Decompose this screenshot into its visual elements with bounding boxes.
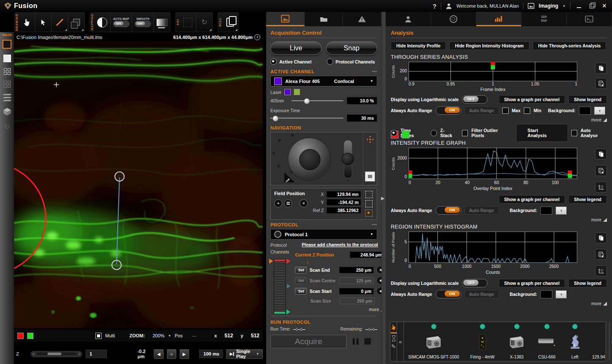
- xy-joystick[interactable]: FINE: [271, 132, 334, 185]
- scroll-devices-right[interactable]: »: [609, 322, 612, 361]
- background-dropdown[interactable]: ∨: [594, 107, 605, 115]
- add-channels-link[interactable]: Please add channels to the protocol: [295, 242, 384, 247]
- pan-mode-icon[interactable]: [367, 136, 374, 143]
- snap-button[interactable]: Snap: [326, 41, 377, 55]
- position-list-button[interactable]: [284, 199, 292, 207]
- add-position-button[interactable]: +: [274, 199, 282, 207]
- z-centre-marker[interactable]: [287, 284, 290, 288]
- analysis-green-swatch[interactable]: [402, 131, 409, 138]
- log-scale-toggle[interactable]: OFF: [462, 95, 487, 104]
- protocol-menu[interactable]: •••: [372, 223, 377, 227]
- copy-chart-button[interactable]: [595, 232, 607, 243]
- always-auto-range-toggle[interactable]: ON: [436, 206, 461, 215]
- measurement-handle-bottom[interactable]: [112, 260, 121, 270]
- log-scale-toggle[interactable]: OFF: [462, 279, 487, 287]
- z-start-marker[interactable]: [287, 309, 290, 314]
- layers-view-button[interactable]: [3, 94, 11, 102]
- graph-per-channel-button[interactable]: Show a graph per channel: [499, 195, 565, 204]
- line-tool-button[interactable]: [51, 13, 68, 32]
- save-chart-button[interactable]: [595, 249, 607, 260]
- background-dropdown[interactable]: ∨: [556, 207, 567, 215]
- show-legend-button[interactable]: Show legend: [568, 279, 607, 287]
- x-position-value[interactable]: 129.94 mn: [326, 191, 361, 198]
- z-end-marker[interactable]: [287, 259, 290, 264]
- grid-view-button[interactable]: [4, 68, 11, 75]
- laser-power-slider[interactable]: [292, 98, 343, 103]
- region-histogram-plot[interactable]: [409, 232, 577, 263]
- step-back-button[interactable]: ◀: [154, 349, 163, 359]
- z-slider-thumb[interactable]: [47, 353, 61, 355]
- volume-view-button[interactable]: [3, 108, 11, 117]
- copy-chart-button[interactable]: [595, 63, 607, 74]
- z-range-widget[interactable]: [274, 259, 286, 314]
- play-mode-dropdown[interactable]: ▶ Single Play ▼: [226, 349, 263, 359]
- region-histogram-more-button[interactable]: more: [391, 301, 607, 306]
- background-dropdown[interactable]: ∨: [556, 290, 567, 298]
- auto-map-switch[interactable]: OFF: [113, 21, 129, 27]
- tab-analysis[interactable]: [476, 12, 522, 26]
- tab-console[interactable]: [567, 12, 612, 26]
- frame-select-alt-button[interactable]: [365, 200, 373, 207]
- set-scan-end-button[interactable]: Set: [295, 267, 307, 273]
- laser-405-swatch[interactable]: [284, 89, 291, 95]
- z-down-icon[interactable]: [346, 180, 350, 182]
- always-auto-range-toggle[interactable]: ON: [436, 106, 461, 115]
- frame-number-field[interactable]: 1: [86, 350, 107, 358]
- device-item[interactable]: SIMCAM CMOS-SFT-1000: [404, 322, 463, 361]
- protocol-channels-radio[interactable]: [327, 58, 333, 65]
- full-view-button[interactable]: [3, 55, 11, 62]
- smooth-toggle[interactable]: SMOOTH OFF: [132, 13, 153, 32]
- delete-position-button[interactable]: ×: [300, 199, 308, 207]
- mode-selector-label[interactable]: Imaging: [539, 3, 558, 9]
- z-joystick-knob[interactable]: [342, 153, 354, 165]
- green-channel-swatch[interactable]: [27, 333, 33, 339]
- always-auto-range-toggle[interactable]: ON: [436, 290, 461, 298]
- y-position-value[interactable]: -194.42 m: [326, 199, 361, 206]
- z-up-icon[interactable]: [346, 135, 350, 138]
- device-item[interactable]: Left: [562, 322, 588, 361]
- aoi-select-button[interactable]: [180, 13, 196, 32]
- measurement-handle-top[interactable]: [115, 172, 124, 181]
- intensity-profile-more-button[interactable]: more: [391, 217, 607, 222]
- show-legend-button[interactable]: Show legend: [568, 95, 607, 104]
- laser-power-thumb[interactable]: [304, 98, 310, 104]
- hide-region-histogram-button[interactable]: Hide Region Intensity Histogram: [449, 41, 529, 50]
- z-stack-radio[interactable]: [431, 130, 437, 136]
- device-item[interactable]: Firing - 4mW: [463, 322, 501, 361]
- hide-through-series-button[interactable]: Hide Through-series Analysis: [533, 41, 606, 50]
- channel-dropdown[interactable]: Alexa Flour 405 Confocal ▼: [270, 76, 377, 86]
- through-series-more-button[interactable]: more: [391, 117, 607, 122]
- min-checkbox[interactable]: [524, 108, 530, 114]
- start-analysis-button[interactable]: Start Analysis: [516, 124, 568, 142]
- contrast-button[interactable]: [94, 13, 110, 32]
- minimize-button[interactable]: [575, 3, 583, 9]
- live-button[interactable]: Live: [270, 41, 322, 55]
- z-joystick[interactable]: [334, 132, 360, 185]
- background-swatch[interactable]: [579, 107, 591, 115]
- save-chart-button[interactable]: [595, 165, 607, 176]
- active-channel-menu[interactable]: •••: [372, 69, 377, 74]
- exposure-value[interactable]: 30 ms: [347, 114, 377, 122]
- max-checkbox[interactable]: [502, 108, 509, 114]
- image-viewport[interactable]: [14, 41, 263, 328]
- tab-files[interactable]: [305, 12, 343, 26]
- manual-control-icon[interactable]: [390, 324, 397, 331]
- acquire-button[interactable]: Acquire: [270, 335, 347, 348]
- interval-field[interactable]: 100 ms: [199, 350, 223, 358]
- save-chart-button[interactable]: [595, 78, 607, 89]
- edit-icon[interactable]: ✎: [391, 343, 396, 350]
- chevron-down-icon[interactable]: ▼: [562, 4, 566, 8]
- device-item[interactable]: 129.94: [588, 322, 609, 361]
- single-view-button[interactable]: [3, 40, 11, 49]
- background-swatch[interactable]: [540, 207, 552, 215]
- help-button[interactable]: ?: [433, 3, 437, 10]
- hourglass-icon[interactable]: [391, 335, 396, 342]
- multi-grid-view-button[interactable]: [4, 81, 11, 88]
- through-series-plot[interactable]: [409, 62, 577, 81]
- point-select-button[interactable]: [365, 210, 373, 217]
- z-slider[interactable]: < >: [31, 351, 82, 357]
- slider-left-icon[interactable]: <: [32, 352, 35, 356]
- tab-warnings[interactable]: [343, 12, 381, 26]
- axis-settings-button[interactable]: [595, 265, 607, 276]
- step-forward-button[interactable]: ▶: [180, 349, 189, 359]
